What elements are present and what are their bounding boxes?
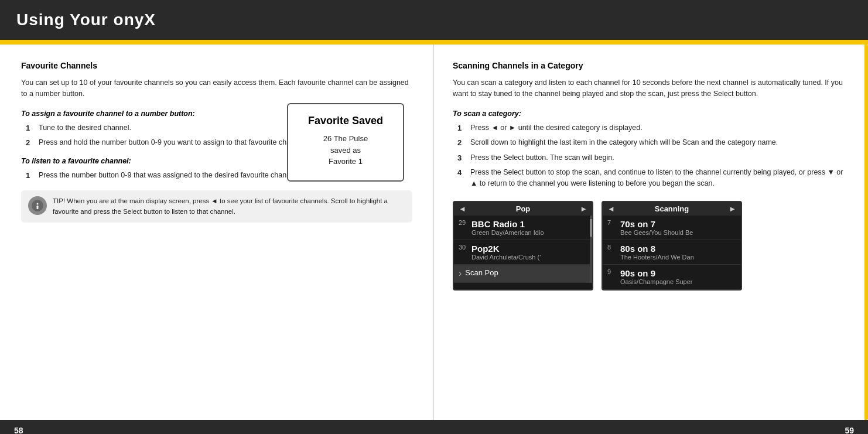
- tip-icon: [28, 196, 47, 215]
- svg-rect-2: [37, 206, 39, 209]
- favorite-saved-title: Favorite Saved: [298, 115, 394, 127]
- page-title: Using Your onyX: [16, 11, 156, 29]
- right-panel: Scanning Channels in a Category You can …: [434, 45, 868, 420]
- scanning-channel-row-8: 8 80s on 8 The Hooters/And We Dan: [603, 240, 741, 265]
- scanning-right-arrow: ►: [729, 204, 736, 213]
- tip-box: TIP! When you are at the main display sc…: [21, 190, 412, 223]
- scan-arrow-icon: ›: [459, 268, 462, 279]
- favorite-saved-body: 26 The Pulse saved as Favorite 1: [298, 133, 394, 168]
- pop-scan-row: › Scan Pop: [454, 265, 592, 283]
- scan-step-4: 4 Press the Select button to stop the sc…: [457, 167, 849, 189]
- pop-right-arrow: ►: [580, 204, 587, 213]
- page-footer: 58 59: [0, 420, 868, 434]
- scanning-channel-display: ◄ Scanning ► 7 70s on 7 Bee Gees/You Sho…: [602, 201, 742, 291]
- yellow-accent-bar: [0, 40, 868, 45]
- favorite-saved-box: Favorite Saved 26 The Pulse saved as Fav…: [287, 103, 404, 182]
- scanning-left-arrow: ◄: [607, 204, 615, 213]
- scan-step-3: 3 Press the Select button. The scan will…: [457, 152, 849, 164]
- left-panel: Favourite Channels You can set up to 10 …: [0, 45, 434, 420]
- pop-channel-list: 29 BBC Radio 1 Green Day/American Idio 3…: [454, 216, 592, 283]
- pop-channel-display: ◄ Pop ► 29 BBC Radio 1 Green Day/America…: [453, 201, 593, 291]
- footer-page-left: 58: [14, 426, 23, 434]
- pop-channel-row-30: 30 Pop2K David Archuleta/Crush (': [454, 240, 592, 265]
- right-panel-accent-bar: [864, 45, 868, 420]
- scan-step-1: 1 Press ◄ or ► until the desired categor…: [457, 122, 849, 134]
- page-header: Using Your onyX: [0, 0, 868, 40]
- scan-heading: To scan a category:: [453, 110, 849, 118]
- scanning-display-header: ◄ Scanning ►: [603, 202, 741, 216]
- pop-display-header: ◄ Pop ►: [454, 202, 592, 216]
- tip-text: TIP! When you are at the main display sc…: [53, 196, 405, 217]
- main-content: Favourite Channels You can set up to 10 …: [0, 45, 868, 420]
- scanning-channel-row-9: 9 90s on 9 Oasis/Champagne Super: [603, 265, 741, 289]
- svg-point-1: [37, 203, 39, 205]
- scan-step-2: 2 Scroll down to highlight the last item…: [457, 137, 849, 149]
- pop-channel-row-29: 29 BBC Radio 1 Green Day/American Idio: [454, 216, 592, 240]
- scanning-channel-list: 7 70s on 7 Bee Gees/You Should Be 8 80s …: [603, 216, 741, 289]
- scan-steps: 1 Press ◄ or ► until the desired categor…: [457, 122, 849, 189]
- left-section-title: Favourite Channels: [21, 61, 412, 70]
- footer-page-right: 59: [845, 426, 854, 434]
- right-section-body: You can scan a category and listen to ea…: [453, 77, 849, 100]
- left-section-body: You can set up to 10 of your favourite c…: [21, 77, 412, 100]
- pop-left-arrow: ◄: [459, 204, 466, 213]
- right-section-title: Scanning Channels in a Category: [453, 61, 849, 70]
- scanning-channel-row-7: 7 70s on 7 Bee Gees/You Should Be: [603, 216, 741, 240]
- channel-displays: ◄ Pop ► 29 BBC Radio 1 Green Day/America…: [453, 201, 849, 291]
